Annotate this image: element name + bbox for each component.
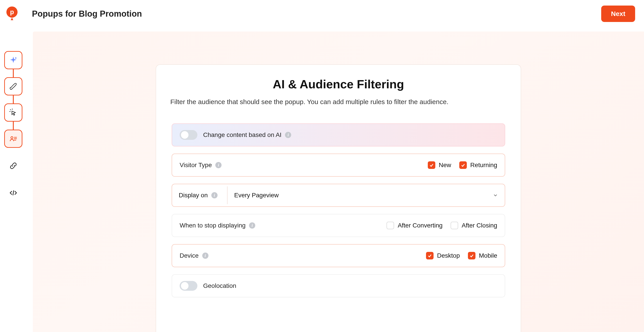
check-icon (427, 253, 432, 258)
display-on-select[interactable]: Every Pageview (228, 186, 505, 204)
check-icon (429, 163, 434, 168)
step-gap (13, 148, 14, 157)
device-desktop-checkbox[interactable] (426, 252, 434, 259)
info-icon[interactable]: i (202, 252, 208, 259)
stop-displaying-options: After Converting After Closing (386, 222, 497, 229)
visitor-type-text: Visitor Type (180, 162, 212, 169)
settings-panel: AI & Audience Filtering Filter the audie… (156, 64, 521, 332)
stop-displaying-label: When to stop displaying i (180, 222, 255, 229)
cursor-step[interactable] (4, 103, 22, 122)
ai-toggle-text: Change content based on AI (203, 131, 282, 139)
visitor-returning-option: Returning (459, 161, 497, 169)
link-icon (9, 162, 18, 170)
brush-icon (9, 82, 18, 91)
device-label: Device i (180, 252, 208, 259)
info-icon[interactable]: i (285, 132, 291, 138)
device-mobile-label: Mobile (479, 252, 497, 259)
header-left: p Popups for Blog Promotion (5, 6, 142, 22)
page-title: Popups for Blog Promotion (32, 9, 142, 19)
visitor-new-checkbox[interactable] (428, 161, 435, 169)
device-options: Desktop Mobile (426, 252, 497, 259)
after-closing-checkbox[interactable] (450, 222, 458, 229)
chevron-down-icon (493, 193, 498, 198)
stop-displaying-row: When to stop displaying i After Converti… (172, 214, 505, 237)
device-desktop-option: Desktop (426, 252, 460, 259)
step-connector (13, 69, 14, 77)
display-on-value: Every Pageview (234, 192, 279, 199)
display-on-label: Display on i (172, 186, 228, 204)
code-icon (9, 189, 18, 197)
info-icon[interactable]: i (211, 192, 218, 198)
after-closing-label: After Closing (462, 222, 497, 229)
rules-list: Change content based on AI i Visitor Typ… (170, 123, 506, 297)
visitor-type-label: Visitor Type i (180, 162, 222, 169)
link-step[interactable] (4, 157, 22, 175)
after-converting-checkbox[interactable] (386, 222, 394, 229)
svg-text:p: p (10, 9, 14, 16)
audience-step[interactable] (4, 130, 22, 148)
device-mobile-checkbox[interactable] (468, 252, 476, 259)
ai-toggle[interactable] (180, 130, 197, 140)
canvas: AI & Audience Filtering Filter the audie… (33, 32, 644, 332)
after-converting-label: After Converting (398, 222, 442, 229)
device-row: Device i Desktop Mobile (172, 244, 505, 267)
geolocation-toggle[interactable] (180, 281, 197, 291)
display-on-text: Display on (179, 192, 208, 199)
brush-step[interactable] (4, 77, 22, 95)
sparkle-step[interactable] (4, 51, 22, 69)
svg-point-2 (11, 137, 13, 139)
next-button[interactable]: Next (601, 6, 635, 22)
info-icon[interactable]: i (215, 162, 222, 168)
stop-displaying-text: When to stop displaying (180, 222, 246, 229)
header: p Popups for Blog Promotion Next (0, 0, 644, 28)
visitor-new-option: New (428, 161, 451, 169)
display-on-row: Display on i Every Pageview (172, 184, 505, 207)
device-text: Device (180, 252, 199, 259)
geolocation-label: Geolocation (203, 282, 236, 289)
visitor-new-label: New (439, 162, 451, 169)
check-icon (460, 163, 466, 168)
audience-icon (9, 135, 18, 143)
step-connector (13, 95, 14, 103)
visitor-type-options: New Returning (428, 161, 497, 169)
sparkle-icon (9, 56, 18, 64)
panel-subtitle: Filter the audience that should see the … (170, 98, 506, 106)
visitor-returning-checkbox[interactable] (459, 161, 467, 169)
code-step[interactable] (4, 184, 22, 202)
ai-toggle-label: Change content based on AI i (203, 131, 291, 139)
device-desktop-label: Desktop (437, 252, 460, 259)
ai-content-row: Change content based on AI i (172, 123, 505, 146)
step-gap (13, 175, 14, 184)
device-mobile-option: Mobile (468, 252, 497, 259)
info-icon[interactable]: i (249, 222, 255, 229)
step-connector (13, 122, 14, 130)
cursor-click-icon (9, 108, 18, 117)
logo: p (5, 6, 19, 22)
after-closing-option: After Closing (450, 222, 497, 229)
visitor-returning-label: Returning (470, 162, 497, 169)
panel-title: AI & Audience Filtering (170, 77, 506, 91)
check-icon (469, 253, 474, 258)
balloon-p-icon: p (6, 6, 18, 22)
visitor-type-row: Visitor Type i New Returning (172, 154, 505, 177)
after-converting-option: After Converting (386, 222, 442, 229)
geolocation-text: Geolocation (203, 282, 236, 289)
geolocation-row: Geolocation (172, 274, 505, 297)
sidebar (4, 51, 22, 202)
